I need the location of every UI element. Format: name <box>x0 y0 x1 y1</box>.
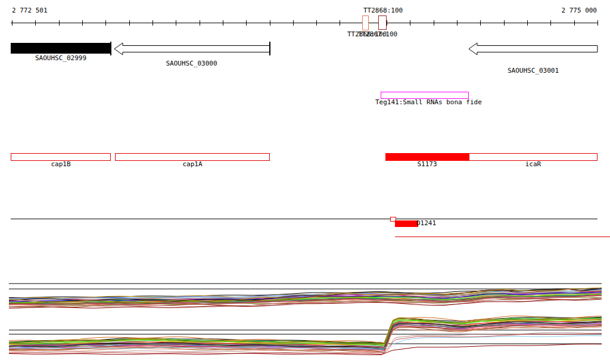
coverage-plot-panels[interactable] <box>0 0 610 364</box>
genome-browser-view: 2 772 501 2 775 000 TT2868:100 TT2866:10… <box>0 0 610 364</box>
